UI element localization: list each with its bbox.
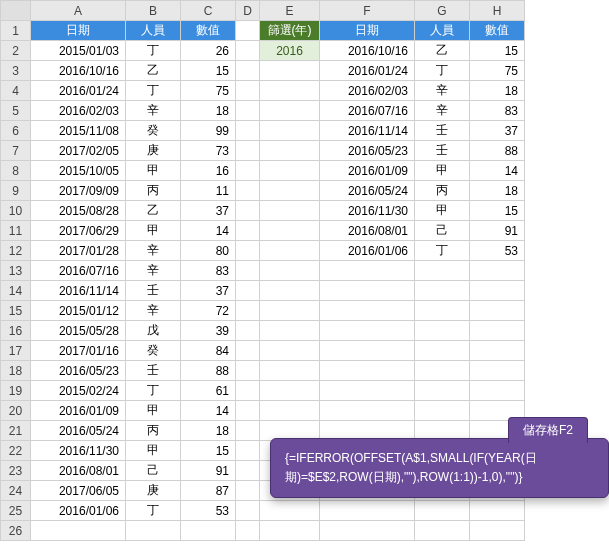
cell-b24[interactable]: 庚 (126, 481, 181, 501)
cell-d9[interactable] (236, 181, 260, 201)
cell-d10[interactable] (236, 201, 260, 221)
cell-b15[interactable]: 辛 (126, 301, 181, 321)
cell-e9[interactable] (260, 181, 320, 201)
cell-b14[interactable]: 壬 (126, 281, 181, 301)
cell-h19[interactable] (470, 381, 525, 401)
cell-f19[interactable] (320, 381, 415, 401)
filter-label[interactable]: 篩選(年) (260, 21, 320, 41)
cell-c18[interactable]: 88 (181, 361, 236, 381)
row-header-12[interactable]: 12 (1, 241, 31, 261)
cell-a9[interactable]: 2017/09/09 (31, 181, 126, 201)
cell-a5[interactable]: 2016/02/03 (31, 101, 126, 121)
cell-c24[interactable]: 87 (181, 481, 236, 501)
cell-c19[interactable]: 61 (181, 381, 236, 401)
cell-f3[interactable]: 2016/01/24 (320, 61, 415, 81)
cell-d23[interactable] (236, 461, 260, 481)
cell-g25[interactable] (415, 501, 470, 521)
cell-h3[interactable]: 75 (470, 61, 525, 81)
cell-c2[interactable]: 26 (181, 41, 236, 61)
cell-f13[interactable] (320, 261, 415, 281)
cell-c4[interactable]: 75 (181, 81, 236, 101)
cell-e17[interactable] (260, 341, 320, 361)
cell-a26[interactable] (31, 521, 126, 541)
cell-d3[interactable] (236, 61, 260, 81)
cell-f8[interactable]: 2016/01/09 (320, 161, 415, 181)
cell-b6[interactable]: 癸 (126, 121, 181, 141)
cell-c14[interactable]: 37 (181, 281, 236, 301)
cell-a19[interactable]: 2015/02/24 (31, 381, 126, 401)
cell-a4[interactable]: 2016/01/24 (31, 81, 126, 101)
cell-f26[interactable] (320, 521, 415, 541)
cell-h11[interactable]: 91 (470, 221, 525, 241)
cell-e16[interactable] (260, 321, 320, 341)
cell-f9[interactable]: 2016/05/24 (320, 181, 415, 201)
cell-c20[interactable]: 14 (181, 401, 236, 421)
cell-d20[interactable] (236, 401, 260, 421)
cell-b4[interactable]: 丁 (126, 81, 181, 101)
row-header-9[interactable]: 9 (1, 181, 31, 201)
row-header-3[interactable]: 3 (1, 61, 31, 81)
cell-g4[interactable]: 辛 (415, 81, 470, 101)
cell-a17[interactable]: 2017/01/16 (31, 341, 126, 361)
row-header-6[interactable]: 6 (1, 121, 31, 141)
cell-b18[interactable]: 壬 (126, 361, 181, 381)
cell-g10[interactable]: 甲 (415, 201, 470, 221)
cell-g9[interactable]: 丙 (415, 181, 470, 201)
cell-b16[interactable]: 戊 (126, 321, 181, 341)
cell-d11[interactable] (236, 221, 260, 241)
cell-g3[interactable]: 丁 (415, 61, 470, 81)
cell-f16[interactable] (320, 321, 415, 341)
cell-e11[interactable] (260, 221, 320, 241)
cell-c26[interactable] (181, 521, 236, 541)
cell-a3[interactable]: 2016/10/16 (31, 61, 126, 81)
hdr-a-date[interactable]: 日期 (31, 21, 126, 41)
cell-a10[interactable]: 2015/08/28 (31, 201, 126, 221)
cell-b3[interactable]: 乙 (126, 61, 181, 81)
row-header-8[interactable]: 8 (1, 161, 31, 181)
cell-d12[interactable] (236, 241, 260, 261)
cell-b13[interactable]: 辛 (126, 261, 181, 281)
cell-f2[interactable]: 2016/10/16 (320, 41, 415, 61)
row-header-5[interactable]: 5 (1, 101, 31, 121)
row-header-17[interactable]: 17 (1, 341, 31, 361)
cell-h12[interactable]: 53 (470, 241, 525, 261)
cell-e26[interactable] (260, 521, 320, 541)
cell-g11[interactable]: 己 (415, 221, 470, 241)
cell-c16[interactable]: 39 (181, 321, 236, 341)
cell-b10[interactable]: 乙 (126, 201, 181, 221)
col-header-G[interactable]: G (415, 1, 470, 21)
cell-h5[interactable]: 83 (470, 101, 525, 121)
hdr-f-date[interactable]: 日期 (320, 21, 415, 41)
cell-f12[interactable]: 2016/01/06 (320, 241, 415, 261)
hdr-f-person[interactable]: 人員 (415, 21, 470, 41)
cell-e13[interactable] (260, 261, 320, 281)
cell-d14[interactable] (236, 281, 260, 301)
cell-c23[interactable]: 91 (181, 461, 236, 481)
cell-b19[interactable]: 丁 (126, 381, 181, 401)
cell-a22[interactable]: 2016/11/30 (31, 441, 126, 461)
cell-f10[interactable]: 2016/11/30 (320, 201, 415, 221)
cell-c3[interactable]: 15 (181, 61, 236, 81)
col-header-B[interactable]: B (126, 1, 181, 21)
cell-c21[interactable]: 18 (181, 421, 236, 441)
cell-b12[interactable]: 辛 (126, 241, 181, 261)
cell-g8[interactable]: 甲 (415, 161, 470, 181)
cell-e5[interactable] (260, 101, 320, 121)
cell-d25[interactable] (236, 501, 260, 521)
cell-e18[interactable] (260, 361, 320, 381)
row-header-7[interactable]: 7 (1, 141, 31, 161)
cell-h18[interactable] (470, 361, 525, 381)
cell-e6[interactable] (260, 121, 320, 141)
cell-h8[interactable]: 14 (470, 161, 525, 181)
cell-d21[interactable] (236, 421, 260, 441)
cell-g17[interactable] (415, 341, 470, 361)
row-header-24[interactable]: 24 (1, 481, 31, 501)
row-header-14[interactable]: 14 (1, 281, 31, 301)
cell-b11[interactable]: 甲 (126, 221, 181, 241)
cell-a21[interactable]: 2016/05/24 (31, 421, 126, 441)
cell-h2[interactable]: 15 (470, 41, 525, 61)
cell-h17[interactable] (470, 341, 525, 361)
cell-b8[interactable]: 甲 (126, 161, 181, 181)
row-header-10[interactable]: 10 (1, 201, 31, 221)
cell-b21[interactable]: 丙 (126, 421, 181, 441)
